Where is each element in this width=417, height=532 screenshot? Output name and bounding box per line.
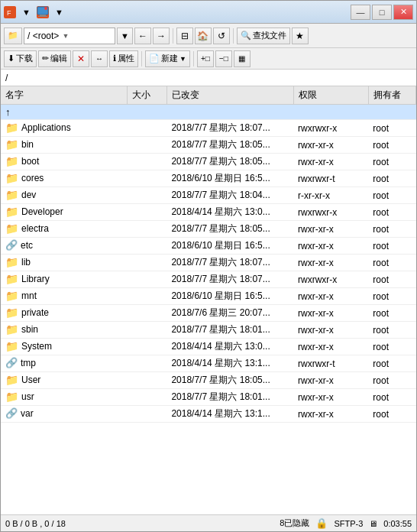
file-name-cell: 📁Developer (1, 204, 128, 219)
grid-btn[interactable]: ▦ (234, 50, 251, 67)
separator1 (173, 28, 173, 44)
folder-icon: 📁 (5, 256, 18, 268)
new-btn[interactable]: 📄 新建 ▼ (145, 50, 190, 67)
folder-icon: 📁 (5, 155, 18, 167)
table-row[interactable]: 📁usr2018/7/7 星期六 18:01...rwxr-xr-xroot (1, 389, 416, 406)
table-row[interactable]: 📁System2018/4/14 星期六 13:0...rwxr-xr-xroo… (1, 339, 416, 355)
minimize-button[interactable]: — (351, 5, 370, 20)
folder-icon: 📁 (5, 273, 18, 285)
separator4 (193, 51, 194, 66)
find-btn[interactable]: 🔍 查找文件 (237, 28, 290, 44)
file-perms-cell: rwxrwxr-t (293, 170, 368, 187)
home-btn[interactable]: 🏠 (195, 28, 212, 44)
hidden-count: 8已隐藏 (280, 517, 309, 529)
table-row[interactable]: ↑ (1, 105, 416, 120)
delete-btn[interactable]: ✕ (73, 50, 89, 67)
props-btn[interactable]: ℹ 属性 (109, 50, 138, 67)
file-perms-cell: rwxrwxr-t (293, 355, 368, 372)
table-row[interactable]: 📁sbin2018/7/7 星期六 18:01...rwxr-xr-xroot (1, 322, 416, 339)
file-size-cell (128, 255, 167, 271)
table-row[interactable]: 📁boot2018/7/7 星期六 18:05...rwxr-xr-xroot (1, 154, 416, 170)
addr-dropdown-icon[interactable]: ▼ (62, 32, 69, 40)
file-owner-cell: root (368, 322, 415, 339)
file-name-cell: ↑ (1, 105, 128, 119)
table-row[interactable]: 📁private2018/7/6 星期三 20:07...rwxr-xr-xro… (1, 305, 416, 322)
current-path: / (5, 73, 8, 83)
table-row[interactable]: 📁lib2018/7/7 星期六 18:07...rwxr-xr-xroot (1, 255, 416, 271)
file-name-cell: 📁usr (1, 389, 128, 404)
back-btn[interactable]: ← (134, 28, 151, 44)
svg-text:F: F (7, 9, 11, 17)
file-name-cell: 🔗tmp (1, 355, 128, 370)
table-row[interactable]: 🔗tmp2018/4/14 星期六 13:1...rwxrwxr-troot (1, 355, 416, 372)
file-name-cell: 📁Library (1, 271, 128, 287)
connection-icon: 🖥 (369, 519, 377, 528)
folder-icon-btn[interactable]: 📁 (4, 28, 22, 44)
refresh-btn[interactable]: ↺ (213, 28, 230, 44)
edit-icon: ✏ (42, 54, 49, 63)
table-row[interactable]: 📁User2018/7/7 星期六 18:05...rwxr-xr-xroot (1, 372, 416, 389)
col-modified[interactable]: 已改变 (166, 86, 293, 105)
table-row[interactable]: 📁bin2018/7/7 星期六 18:05...rwxr-xr-xroot (1, 137, 416, 154)
file-name-cell: 📁mnt (1, 288, 128, 303)
file-modified-cell: 2018/7/7 星期六 18:07... (166, 255, 293, 271)
maximize-button[interactable]: □ (372, 5, 392, 20)
lock-icon: 🔒 (315, 517, 328, 529)
menu-btn2[interactable]: ▼ (52, 4, 66, 21)
file-name-cell: 📁dev (1, 187, 128, 203)
filter-btn[interactable]: ▼ (117, 28, 133, 44)
download-btn[interactable]: ⬇ 下载 (4, 50, 37, 67)
menu-btn[interactable]: ▼ (19, 4, 34, 21)
file-modified-cell: 2018/4/14 星期六 13:1... (166, 406, 293, 423)
file-perms-cell (293, 105, 368, 120)
link-icon: 🔗 (5, 239, 18, 251)
new-dropdown-icon: ▼ (179, 55, 186, 63)
link-icon: 🔗 (5, 407, 18, 419)
file-modified-cell: 2018/7/7 星期六 18:01... (166, 389, 293, 406)
folder-icon: 📁 (5, 222, 18, 235)
filename: private (21, 307, 49, 318)
bookmark-btn[interactable]: ★ (292, 28, 309, 44)
move-btn[interactable]: ↔ (91, 50, 108, 67)
root-btn[interactable]: ⊟ (176, 28, 193, 44)
file-perms-cell: rwxrwxr-x (293, 271, 368, 288)
close-button[interactable]: ✕ (393, 5, 413, 20)
table-row[interactable]: 📁Developer2018/4/14 星期六 13:0...rwxrwxr-x… (1, 204, 416, 221)
titlebar: F ▼ ▼ — □ ✕ (1, 1, 416, 24)
file-owner-cell: root (368, 255, 415, 271)
table-row[interactable]: 📁Library2018/7/7 星期六 18:07...rwxrwxr-xro… (1, 271, 416, 288)
collapse-btn[interactable]: −□ (215, 50, 232, 67)
column-headers: 名字 大小 已改变 权限 拥有者 (1, 86, 416, 105)
file-perms-cell: rwxr-xr-x (293, 221, 368, 238)
status-right: 8已隐藏 🔒 SFTP-3 🖥 0:03:55 (280, 517, 412, 529)
folder-icon: 📁 (5, 391, 18, 403)
filename: System (21, 341, 52, 352)
file-modified-cell: 2018/6/10 星期日 16:5... (166, 238, 293, 255)
col-owner[interactable]: 拥有者 (368, 86, 415, 105)
file-owner-cell: root (368, 288, 415, 305)
col-name[interactable]: 名字 (1, 86, 128, 105)
folder-icon: 📁 (5, 122, 18, 134)
table-row[interactable]: 📁cores2018/6/10 星期日 16:5...rwxrwxr-troot (1, 170, 416, 187)
svg-rect-4 (38, 16, 47, 17)
table-row[interactable]: 📁mnt2018/6/10 星期日 16:5...rwxr-xr-xroot (1, 288, 416, 305)
file-modified-cell: 2018/7/7 星期六 18:05... (166, 137, 293, 154)
expand-btn[interactable]: +□ (197, 50, 214, 67)
filename: etc (21, 240, 33, 251)
address-box[interactable]: / <root> ▼ (24, 28, 115, 44)
table-row[interactable]: 📁Applications2018/7/7 星期六 18:07...rwxrwx… (1, 120, 416, 137)
table-row[interactable]: 📁electra2018/7/7 星期六 18:05...rwxr-xr-xro… (1, 221, 416, 238)
edit-btn[interactable]: ✏ 编辑 (38, 50, 71, 67)
col-perms[interactable]: 权限 (293, 86, 368, 105)
table-row[interactable]: 🔗etc2018/6/10 星期日 16:5...rwxr-xr-xroot (1, 238, 416, 255)
file-owner-cell (368, 105, 415, 120)
table-row[interactable]: 📁dev2018/7/7 星期六 18:04...r-xr-xr-xroot (1, 187, 416, 204)
filelist-container[interactable]: 名字 大小 已改变 权限 拥有者 ↑📁Applications2018/7/7 … (1, 86, 416, 514)
col-size[interactable]: 大小 (128, 86, 167, 105)
new-icon: 📄 (149, 54, 160, 63)
protocol-label: SFTP-3 (334, 519, 363, 528)
file-name-cell: 📁sbin (1, 322, 128, 337)
table-row[interactable]: 🔗var2018/4/14 星期六 13:1...rwxr-xr-xroot (1, 406, 416, 423)
forward-btn[interactable]: → (153, 28, 170, 44)
file-modified-cell: 2018/7/7 星期六 18:04... (166, 187, 293, 204)
